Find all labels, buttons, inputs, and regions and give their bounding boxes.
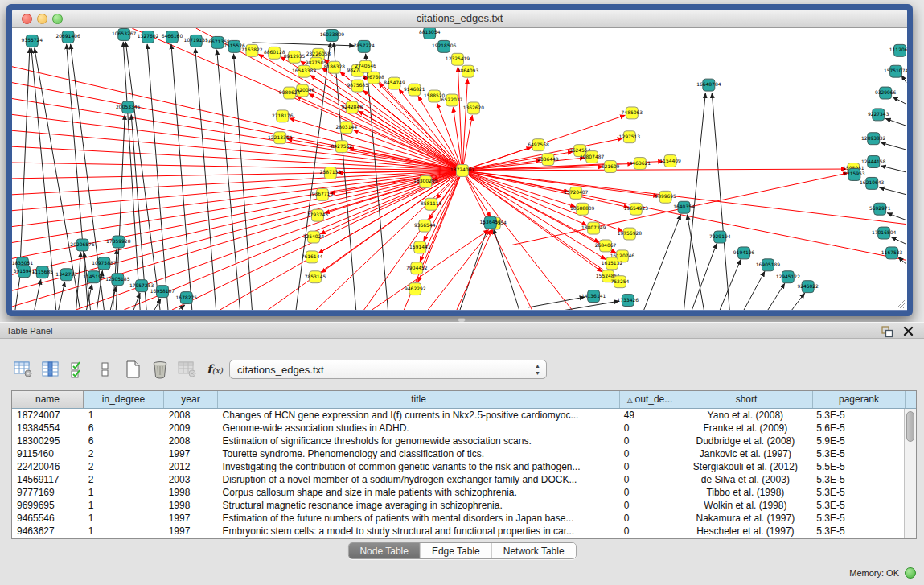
close-panel-icon[interactable] [902,325,914,337]
cell-short[interactable]: de Silva et al. (2003) [680,473,812,486]
network-node[interactable]: 1112068 [889,44,907,56]
cell-pagerank[interactable]: 5.9E-5 [811,435,904,447]
network-node[interactable]: 752254 [611,276,630,288]
network-edge[interactable] [792,293,805,310]
network-edge[interactable] [494,229,519,310]
cell-out-degree[interactable]: 0 [619,422,680,435]
network-edge[interactable] [316,171,462,310]
delete-rows-icon[interactable] [148,358,172,381]
cell-in-degree[interactable]: 1 [84,525,164,538]
row-height-icon[interactable] [93,358,117,381]
network-node[interactable]: 12213364 [268,132,293,144]
cell-title[interactable]: Disruption of a novel member of a sodium… [218,473,619,486]
network-edge[interactable] [744,271,765,310]
delete-table-icon[interactable] [175,358,199,381]
cell-out-degree[interactable]: 0 [619,460,680,473]
network-node[interactable]: 14136141 [581,290,606,303]
network-node[interactable]: 10653267 [112,28,137,40]
vertical-scrollbar[interactable] [904,409,916,538]
table-row[interactable]: 946554611997Estimation of the future num… [12,512,904,525]
network-node[interactable]: 8813054 [419,28,441,39]
cell-in-degree[interactable]: 1 [84,512,164,525]
cell-out-degree[interactable]: 0 [619,473,680,486]
cell-pagerank[interactable]: 5.6E-5 [811,422,904,435]
cell-title[interactable]: Estimation of significance thresholds fo… [218,435,619,447]
cell-pagerank[interactable]: 5.3E-5 [811,525,904,538]
network-node[interactable]: 2803144 [335,122,357,134]
cell-short[interactable]: Yano et al. (2008) [680,409,812,422]
network-edge[interactable] [147,44,168,310]
table-row[interactable]: 1938455462009Genome-wide association stu… [12,422,904,435]
cell-pagerank[interactable]: 5.3E-5 [811,486,904,499]
network-node[interactable]: 1640354 [673,201,695,213]
network-node[interactable]: 17016504 [872,227,897,239]
cell-in-degree[interactable]: 6 [84,422,164,435]
cell-year[interactable]: 2008 [164,435,218,447]
network-node[interactable]: 9194196 [733,247,755,259]
network-edge[interactable] [372,230,489,310]
table-row[interactable]: 1456911722003Disruption of a novel membe… [12,473,904,486]
column-header-year[interactable]: year [164,391,218,408]
network-node[interactable]: 10807487 [580,151,605,163]
table-settings-icon[interactable] [11,358,35,381]
network-node[interactable]: 1115685 [32,266,54,278]
network-node[interactable]: 15751074 [884,65,907,77]
scrollbar-thumb[interactable] [906,411,914,442]
cell-year[interactable]: 1997 [164,525,218,538]
network-node[interactable]: 1678275 [176,292,198,304]
network-edge[interactable] [59,282,65,310]
cell-pagerank[interactable]: 5.3E-5 [811,473,904,486]
network-node[interactable]: 20053346 [116,101,141,113]
network-node[interactable]: 7254024 [303,231,325,243]
network-node[interactable]: 6497568 [528,139,549,151]
network-edge[interactable] [881,166,906,172]
cell-out-degree[interactable]: 0 [619,499,680,512]
cell-short[interactable]: Hescheler et al. (1997) [680,525,812,538]
memory-status-orb[interactable] [905,567,916,579]
network-edge[interactable] [296,96,462,171]
network-node[interactable]: 7929194 [709,231,731,243]
network-window-titlebar[interactable]: citations_edges.txt [12,10,907,28]
network-node[interactable]: 15720407 [564,187,589,199]
network-node[interactable]: 1733426 [618,295,639,307]
column-header-short[interactable]: short [680,391,813,408]
column-header-pagerank[interactable]: pagerank [813,391,906,408]
network-edge[interactable] [20,48,30,268]
network-node[interactable]: 16905189 [756,259,781,271]
network-edge[interactable] [358,111,462,171]
table-row[interactable]: 977716911998Corpus callosum shape and si… [12,486,904,499]
network-node[interactable]: 1167533 [881,247,903,259]
cell-name[interactable]: 18300295 [12,435,84,447]
network-node[interactable]: 9355724 [22,35,43,47]
cell-name[interactable]: 22420046 [12,460,84,473]
network-node[interactable]: 19218506 [432,40,457,52]
cell-name[interactable]: 19384554 [12,422,84,435]
network-edge[interactable] [692,243,717,310]
cell-title[interactable]: Corpus callosum shape and size in male p… [218,486,619,499]
network-node[interactable]: 1591441 [409,241,431,253]
cell-in-degree[interactable]: 2 [84,447,164,460]
network-node[interactable]: 1615132 [602,257,623,270]
column-header-out-degree[interactable]: △out_de... [620,391,680,408]
network-node[interactable]: 10975887 [92,257,117,270]
cell-name[interactable]: 9463627 [12,525,84,538]
network-node[interactable]: 10688809 [570,203,595,215]
cell-year[interactable]: 1998 [164,499,218,512]
network-edge[interactable] [460,229,487,310]
cell-year[interactable]: 1998 [164,486,218,499]
network-node[interactable]: 7485063 [622,107,643,119]
network-node[interactable]: 6466160 [162,31,183,43]
cell-short[interactable]: Jankovic et al. (1997) [680,447,812,460]
network-edge[interactable] [893,97,906,105]
cell-in-degree[interactable]: 1 [84,486,164,499]
cell-in-degree[interactable]: 1 [84,499,164,512]
network-node[interactable]: 4463621 [630,158,651,170]
network-node[interactable]: 1864093 [458,65,479,77]
cell-pagerank[interactable]: 5.5E-5 [811,460,904,473]
network-node[interactable]: 8215953 [844,169,865,181]
network-edge[interactable] [528,297,585,307]
column-header-title[interactable]: title [218,391,620,408]
network-node[interactable]: 17359928 [106,236,131,248]
cell-out-degree[interactable]: 0 [619,512,680,525]
cell-year[interactable]: 1997 [164,447,218,460]
